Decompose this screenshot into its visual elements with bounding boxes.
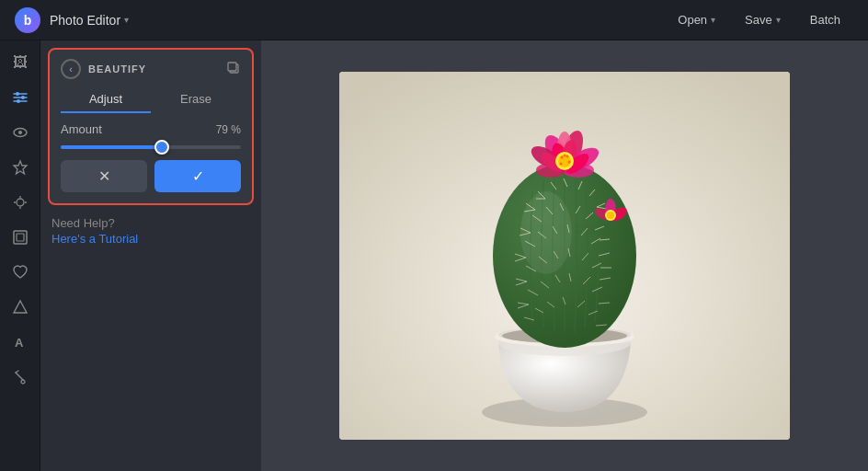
confirm-icon: ✓ (192, 167, 204, 185)
svg-point-3 (16, 92, 19, 96)
beautify-back-button[interactable]: ‹ (61, 59, 81, 79)
svg-point-90 (520, 191, 572, 274)
svg-marker-8 (14, 161, 27, 174)
amount-row: Amount 79 % (50, 121, 252, 142)
sidebar-item-image[interactable]: 🖼 (6, 48, 35, 77)
svg-point-107 (560, 163, 563, 166)
svg-point-104 (561, 156, 564, 159)
app-title: Photo Editor ▾ (50, 13, 129, 28)
beautify-card: ‹ BEAUTIFY Adjust Erase (48, 48, 254, 205)
sidebar-item-shape[interactable] (6, 293, 35, 322)
help-section: Need Help? Here's a Tutorial (48, 213, 254, 250)
svg-point-5 (17, 99, 20, 103)
beautify-copy-button[interactable] (226, 61, 241, 78)
svg-marker-16 (14, 301, 27, 313)
sidebar-item-eye[interactable] (6, 118, 35, 147)
header-actions: Open ▾ Save ▾ Batch (665, 7, 853, 32)
help-link[interactable]: Here's a Tutorial (51, 232, 138, 246)
save-chevron-icon: ▾ (776, 15, 781, 25)
icon-bar: 🖼 (0, 40, 40, 471)
svg-point-7 (18, 131, 22, 134)
svg-rect-15 (17, 234, 24, 241)
amount-value: 79 % (216, 123, 241, 136)
svg-rect-22 (228, 63, 236, 71)
open-button[interactable]: Open ▾ (665, 7, 728, 32)
beautify-header: ‹ BEAUTIFY (50, 50, 252, 86)
sidebar-item-heart[interactable] (6, 258, 35, 287)
tab-erase[interactable]: Erase (151, 86, 241, 113)
beautify-tabs: Adjust Erase (50, 86, 252, 121)
sidebar-item-text[interactable]: A (6, 327, 35, 357)
help-title: Need Help? (51, 216, 250, 230)
slider-fill (61, 145, 162, 149)
panel: ‹ BEAUTIFY Adjust Erase (40, 40, 261, 471)
back-icon: ‹ (69, 63, 73, 75)
svg-point-105 (566, 155, 569, 158)
svg-rect-14 (14, 231, 27, 244)
beautify-actions: ✕ ✓ (50, 160, 252, 203)
logo-letter: b (24, 13, 32, 28)
app-logo: b (15, 7, 40, 33)
svg-line-19 (16, 371, 18, 373)
svg-point-9 (17, 199, 24, 206)
svg-point-113 (607, 212, 614, 219)
sidebar-item-effects[interactable] (6, 188, 35, 217)
slider-track[interactable] (61, 145, 241, 149)
cancel-icon: ✕ (98, 167, 110, 185)
main-area: 🖼 (0, 40, 868, 471)
open-chevron-icon: ▾ (711, 15, 715, 25)
save-button[interactable]: Save ▾ (732, 7, 794, 32)
batch-button[interactable]: Batch (797, 7, 853, 32)
tab-adjust[interactable]: Adjust (61, 86, 151, 113)
svg-line-18 (16, 373, 23, 380)
slider-row[interactable] (50, 145, 252, 160)
sidebar-item-brush[interactable] (6, 362, 35, 392)
confirm-button[interactable]: ✓ (154, 160, 241, 192)
cactus-illustration (339, 72, 790, 440)
svg-point-20 (21, 380, 25, 384)
slider-thumb[interactable] (154, 140, 169, 155)
header: b Photo Editor ▾ Open ▾ Save ▾ Batch (0, 0, 868, 40)
svg-text:A: A (15, 336, 24, 350)
photo-frame (339, 72, 790, 440)
sidebar-item-sliders[interactable] (6, 83, 35, 112)
svg-point-108 (564, 155, 566, 157)
canvas-area (261, 40, 868, 471)
svg-point-4 (21, 96, 25, 99)
title-chevron-icon: ▾ (124, 15, 129, 25)
amount-label: Amount (61, 122, 102, 136)
sidebar-item-star[interactable] (6, 153, 35, 182)
svg-point-106 (568, 161, 571, 164)
cancel-button[interactable]: ✕ (61, 160, 147, 192)
beautify-title: BEAUTIFY (88, 63, 219, 75)
sidebar-item-frame[interactable] (6, 223, 35, 252)
